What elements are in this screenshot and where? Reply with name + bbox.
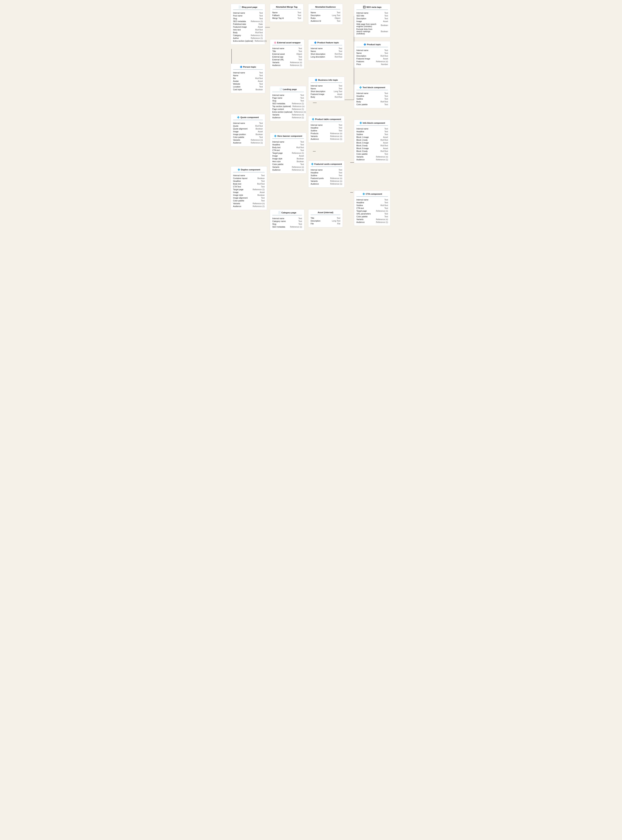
table-row: Extra section (optional)Reference (n) — [233, 40, 263, 42]
table-row: Color paletteText — [233, 135, 263, 138]
table-row: VariantsReference (n) — [311, 135, 342, 137]
table-row: Internal nameText — [357, 198, 388, 201]
table-row: Category nameText — [272, 220, 302, 222]
product-topic-card: 🔷 Product topic Internal nameText NameTe… — [354, 41, 390, 68]
table-row: HeadlineText — [357, 94, 388, 97]
table-row: Image styleBoolean — [272, 157, 304, 160]
table-row: Page contentReference (1) — [272, 108, 304, 110]
product-feature-card: 🔷 Product feature topic Internal nameTex… — [308, 39, 345, 61]
category-page-title: 📄 Category page — [272, 211, 302, 214]
table-row: AudienceReference (1) — [311, 137, 342, 140]
card-divider — [233, 120, 263, 120]
table-row: LocationText — [233, 85, 263, 88]
card-divider — [311, 215, 340, 215]
table-row: Body textRichText — [272, 146, 304, 149]
card-divider — [357, 47, 388, 47]
table-row: Block 2 bodyRichText — [357, 144, 388, 147]
table-row: FallbackText — [272, 14, 301, 17]
business-info-card: 🔷 Business info topic Internal nameText … — [308, 77, 345, 101]
table-row: NameText — [357, 52, 388, 54]
product-table-title: 💠 Product table component — [311, 118, 342, 120]
quote-icon: 💠 — [237, 116, 239, 119]
table-row: SEO titleText — [357, 14, 388, 17]
card-divider — [311, 82, 342, 83]
table-row: External appText — [272, 55, 302, 58]
table-row: CategoryReference (1) — [233, 34, 263, 37]
cta-icon: 💠 — [363, 193, 365, 195]
table-row: HeadlineText — [311, 126, 342, 129]
table-row: Page nameText — [272, 96, 304, 99]
table-row: SlugText — [233, 17, 263, 20]
table-row: VariantsReference (n) — [233, 202, 265, 205]
product-table-card: 💠 Product table component Internal nameT… — [308, 116, 345, 143]
table-row: SlugText — [272, 99, 304, 102]
table-row: Intro textRichText — [233, 28, 263, 31]
quote-card: 💠 Quote component Internal nameText Quot… — [231, 114, 265, 146]
table-row: HeadlineText — [357, 130, 388, 133]
table-row: ImageAsset — [357, 20, 388, 23]
table-row: WebsiteText — [233, 82, 263, 85]
table-row: SublineText — [357, 97, 388, 100]
table-row: HeadlineText — [311, 171, 342, 174]
table-row: HeadlineText — [357, 201, 388, 204]
table-row: SublineRichText — [357, 204, 388, 207]
table-row: External URLText — [272, 58, 302, 61]
hero-banner-card: 💠 Hero banner component Internal nameTex… — [270, 132, 306, 173]
audience-title: Ninetailed Audience — [311, 6, 340, 8]
table-row: SEO metadataReference (1) — [272, 225, 302, 228]
table-row: Internal nameText — [233, 11, 263, 14]
table-row: NameText — [272, 11, 301, 14]
card-divider — [233, 69, 263, 70]
card-divider — [311, 9, 340, 9]
merge-tag-card: Ninetailed Merge Tag NameText FallbackTe… — [270, 4, 303, 22]
table-row: AudienceReference (1) — [311, 183, 342, 185]
table-row: URL parametersText — [357, 212, 388, 215]
card-divider — [311, 45, 342, 46]
info-block-title: 💠 Info block component — [357, 122, 388, 124]
table-row: Internal nameText — [311, 123, 342, 126]
table-row: TitleText — [311, 216, 340, 219]
card-divider — [272, 45, 302, 46]
table-row: VariantsReference (n) — [357, 155, 388, 158]
table-row: Internal nameText — [233, 122, 263, 125]
external-asset-card: 🌸 External asset wrapper Internal nameTe… — [270, 39, 305, 69]
table-row: NameText — [233, 74, 263, 77]
text-block-card: 💠 Text block component Internal nameText… — [354, 84, 390, 108]
table-row: RulesObject — [311, 17, 340, 20]
product-table-icon: 💠 — [312, 118, 314, 120]
table-row: Hero sizeBoolean — [272, 160, 304, 163]
table-row: Target pageReference (1) — [233, 188, 265, 191]
table-row: BodyRichText — [233, 31, 263, 34]
table-row: ProductsReference (n) — [311, 132, 342, 135]
table-row: Long descriptionRichText — [311, 55, 342, 58]
table-row: Featured imageAsset — [311, 93, 342, 96]
external-asset-icon: 🌸 — [274, 41, 276, 44]
category-page-card: 📄 Category page Internal nameText Catego… — [270, 209, 305, 231]
table-row: Published dateDate — [233, 23, 263, 26]
table-row: Internal nameText — [233, 174, 265, 177]
card-divider — [272, 9, 301, 9]
table-row: Color paletteText — [357, 215, 388, 218]
blog-post-title: 📄 Blog post page — [233, 6, 263, 8]
blog-post-icon: 📄 — [238, 6, 241, 8]
table-row: QuoteRichText — [233, 125, 263, 127]
table-row: Card styleBoolean — [233, 88, 263, 91]
table-row: Target pageReference (1) — [272, 152, 304, 154]
table-row: Featured imageAsset — [357, 57, 388, 60]
table-row: NameText — [311, 11, 340, 14]
business-info-title: 🔷 Business info topic — [311, 79, 342, 81]
table-row: FeaturesReference (n) — [357, 60, 388, 63]
table-row: ImageAsset — [233, 130, 263, 133]
table-row: HeadlineText — [233, 180, 265, 183]
external-asset-title: 🌸 External asset wrapper — [272, 41, 302, 44]
table-row: Featured imageAsset — [233, 26, 263, 28]
merge-tag-title: Ninetailed Merge Tag — [272, 6, 301, 8]
hero-banner-icon: 💠 — [274, 135, 277, 137]
blog-post-card: 📄 Blog post page Internal nameText Post … — [231, 4, 265, 45]
audience-card: Ninetailed Audience NameText Description… — [308, 4, 343, 25]
table-row: Block 2 imageAsset — [357, 141, 388, 144]
table-row: Short descriptionLong Text — [311, 90, 342, 93]
table-row: Image styleBoolean — [233, 193, 265, 196]
table-row: Internal nameText — [357, 49, 388, 52]
card-divider — [311, 122, 342, 122]
